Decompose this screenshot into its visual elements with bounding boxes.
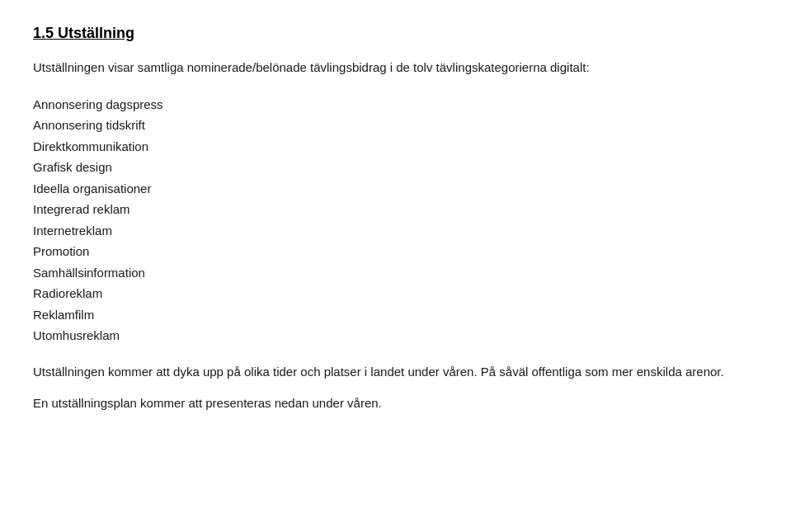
category-item: Integrerad reklam [33,199,758,220]
category-item: Promotion [33,241,758,262]
outro-paragraph: Utställningen kommer att dyka upp på oli… [33,363,758,382]
page-title: 1.5 Utställning [33,25,758,42]
final-paragraph: En utställningsplan kommer att presenter… [33,394,758,413]
category-item: Annonsering tidskrift [33,115,758,136]
intro-paragraph: Utställningen visar samtliga nominerade/… [33,59,758,78]
category-item: Radioreklam [33,283,758,304]
category-item: Internetreklam [33,220,758,242]
category-item: Direktkommunikation [33,136,758,158]
category-item: Ideella organisationer [33,178,758,200]
category-item: Utomhusreklam [33,325,758,346]
category-item: Annonsering dagspress [33,94,758,115]
categories-section: Annonsering dagspressAnnonsering tidskri… [33,94,758,346]
category-item: Grafisk design [33,157,758,178]
category-item: Reklamfilm [33,304,758,326]
category-item: Samhällsinformation [33,262,758,284]
